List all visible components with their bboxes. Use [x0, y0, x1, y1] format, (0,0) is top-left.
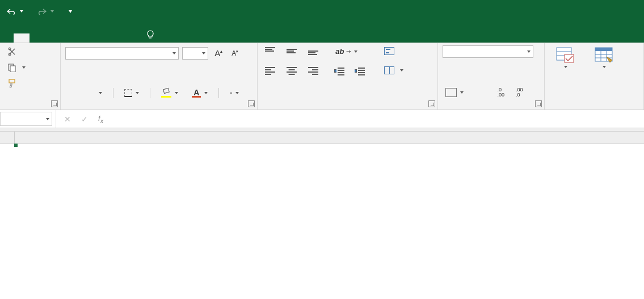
decrease-indent-button[interactable]: [332, 65, 347, 77]
borders-button[interactable]: [121, 87, 142, 99]
svg-rect-3: [10, 66, 15, 72]
conditional-formatting-button[interactable]: [550, 47, 580, 68]
redo-button[interactable]: [34, 6, 57, 17]
align-top-icon: [265, 47, 275, 55]
undo-button[interactable]: [3, 6, 26, 17]
phonetic-guide-button[interactable]: [227, 90, 242, 96]
group-alignment: ab↗: [258, 43, 437, 110]
tab-formulas[interactable]: [61, 33, 77, 43]
align-middle-button[interactable]: [284, 45, 300, 57]
font-color-button[interactable]: A: [189, 87, 211, 99]
clipboard-dialog-launcher[interactable]: [51, 100, 58, 107]
merge-icon: [384, 66, 394, 74]
copy-icon: [7, 63, 16, 72]
select-all-corner[interactable]: [0, 132, 15, 144]
italic-button[interactable]: [79, 91, 85, 95]
conditional-formatting-icon: [555, 47, 575, 64]
comma-format-button[interactable]: [483, 91, 489, 94]
svg-rect-4: [9, 79, 15, 83]
ribbon: A▴ A▾ A: [0, 43, 644, 110]
accounting-format-button[interactable]: [443, 86, 466, 99]
wrap-text-icon: [384, 47, 394, 55]
tab-insert[interactable]: [30, 33, 45, 43]
column-headers[interactable]: [0, 132, 644, 144]
spreadsheet-grid[interactable]: [0, 132, 644, 144]
number-dialog-launcher[interactable]: [535, 100, 542, 107]
number-format-combo[interactable]: [443, 45, 533, 58]
fill-bucket-icon: [161, 89, 171, 98]
tab-view[interactable]: [109, 33, 125, 43]
align-top-button[interactable]: [262, 45, 278, 57]
wrap-text-button[interactable]: [381, 45, 406, 57]
alignment-dialog-launcher[interactable]: [428, 100, 435, 107]
tab-review[interactable]: [93, 33, 109, 43]
copy-button[interactable]: [5, 61, 56, 74]
lightbulb-icon: [146, 30, 154, 39]
group-clipboard: [0, 43, 61, 110]
decrease-decimal-button[interactable]: .00.0: [513, 86, 526, 99]
qat-customize[interactable]: [65, 9, 75, 15]
align-bottom-button[interactable]: [305, 45, 321, 57]
increase-font-button[interactable]: A▴: [212, 47, 225, 60]
scissors-icon: [7, 47, 16, 56]
formula-input[interactable]: [111, 110, 644, 128]
format-as-table-button[interactable]: [589, 47, 618, 68]
border-icon: [124, 89, 132, 97]
decrease-indent-icon: [335, 67, 344, 75]
decrease-decimal-icon: .00.0: [516, 87, 523, 98]
orientation-button[interactable]: ab↗: [332, 45, 360, 57]
font-color-icon: A: [192, 89, 201, 98]
title-bar: [0, 0, 644, 23]
font-size-combo[interactable]: [182, 47, 208, 60]
table-format-icon: [594, 47, 613, 64]
tell-me-search[interactable]: [141, 30, 163, 43]
increase-indent-icon: [356, 67, 365, 75]
cut-button[interactable]: [5, 45, 56, 58]
align-middle-icon: [287, 47, 297, 55]
tab-page-layout[interactable]: [45, 33, 61, 43]
align-center-icon: [287, 66, 297, 74]
fill-color-button[interactable]: [158, 87, 181, 99]
group-styles: [545, 43, 644, 110]
name-box[interactable]: [0, 112, 52, 126]
tab-help[interactable]: [125, 33, 141, 43]
insert-function-button[interactable]: fx: [98, 114, 103, 124]
ribbon-tabs: [0, 23, 644, 43]
font-dialog-launcher[interactable]: [248, 100, 255, 107]
bold-button[interactable]: [65, 91, 71, 95]
cell-cursor: [15, 144, 17, 146]
merge-center-button[interactable]: [381, 65, 406, 76]
cancel-formula-button[interactable]: ✕: [64, 115, 71, 124]
enter-formula-button[interactable]: ✓: [81, 115, 88, 124]
tab-home[interactable]: [14, 33, 30, 43]
format-painter-button[interactable]: [5, 77, 56, 90]
align-right-button[interactable]: [305, 65, 321, 76]
increase-decimal-icon: .0.00: [498, 87, 505, 98]
accounting-icon: [445, 88, 457, 97]
formula-bar: ✕ ✓ fx: [0, 110, 644, 128]
align-left-icon: [265, 66, 275, 74]
align-left-button[interactable]: [262, 65, 278, 76]
phonetic-icon: [230, 92, 232, 94]
align-center-button[interactable]: [284, 65, 300, 76]
underline-button[interactable]: [92, 90, 105, 96]
align-bottom-icon: [308, 47, 318, 55]
paintbrush-icon: [7, 79, 16, 88]
orientation-icon: ab: [335, 47, 344, 56]
tab-data[interactable]: [77, 33, 93, 43]
font-name-combo[interactable]: [65, 47, 179, 60]
percent-format-button[interactable]: [472, 91, 478, 94]
increase-indent-button[interactable]: [353, 65, 368, 77]
group-font: A▴ A▾ A: [61, 43, 258, 110]
decrease-font-button[interactable]: A▾: [229, 48, 241, 59]
increase-decimal-button[interactable]: .0.00: [495, 86, 508, 99]
align-right-icon: [308, 66, 318, 74]
svg-rect-10: [595, 48, 612, 51]
group-number: .0.00 .00.0: [438, 43, 545, 110]
